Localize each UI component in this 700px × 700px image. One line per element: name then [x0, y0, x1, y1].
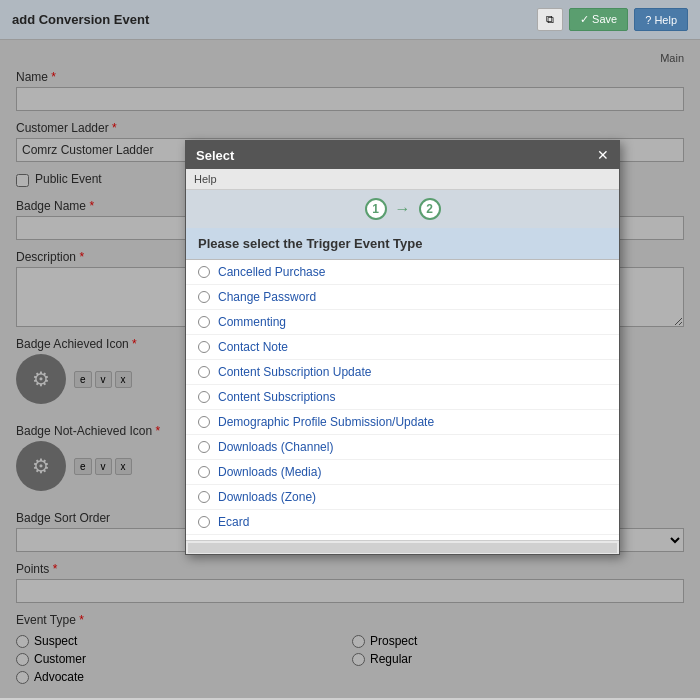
- list-item-label: Downloads (Media): [218, 465, 321, 479]
- radio-circle: [198, 316, 210, 328]
- modal-title: Select: [196, 148, 234, 163]
- radio-circle: [198, 366, 210, 378]
- list-item-label: Contact Note: [218, 340, 288, 354]
- radio-circle: [198, 466, 210, 478]
- list-item[interactable]: Cancelled Purchase: [186, 260, 619, 285]
- list-item-label: Content Subscriptions: [218, 390, 335, 404]
- list-item[interactable]: Ecard: [186, 510, 619, 535]
- step-1-circle: 1: [365, 198, 387, 220]
- list-item[interactable]: Content Subscription Update: [186, 360, 619, 385]
- list-item[interactable]: Content Subscriptions: [186, 385, 619, 410]
- radio-circle: [198, 391, 210, 403]
- list-item-label: Content Subscription Update: [218, 365, 371, 379]
- radio-circle: [198, 441, 210, 453]
- radio-circle: [198, 291, 210, 303]
- modal-list[interactable]: Cancelled PurchaseChange PasswordComment…: [186, 260, 619, 540]
- list-item-label: Downloads (Zone): [218, 490, 316, 504]
- list-item[interactable]: Demographic Profile Submission/Update: [186, 410, 619, 435]
- list-item-label: Change Password: [218, 290, 316, 304]
- step-indicator: 1 → 2: [186, 190, 619, 228]
- copy-button[interactable]: ⧉: [537, 8, 563, 31]
- page-title: add Conversion Event: [12, 12, 149, 27]
- horizontal-scrollbar[interactable]: [188, 543, 617, 553]
- list-item-label: Demographic Profile Submission/Update: [218, 415, 434, 429]
- step-arrow-icon: →: [395, 200, 411, 218]
- modal-header: Select ✕: [186, 141, 619, 169]
- radio-circle: [198, 266, 210, 278]
- radio-circle: [198, 516, 210, 528]
- list-item-label: Cancelled Purchase: [218, 265, 325, 279]
- list-item[interactable]: Downloads (Channel): [186, 435, 619, 460]
- radio-circle: [198, 416, 210, 428]
- top-bar: add Conversion Event ⧉ ✓ Save ? Help: [0, 0, 700, 40]
- modal-toolbar: Help: [186, 169, 619, 190]
- step-2-circle: 2: [419, 198, 441, 220]
- list-item[interactable]: Change Password: [186, 285, 619, 310]
- list-item[interactable]: Contact Note: [186, 335, 619, 360]
- toolbar-buttons: ⧉ ✓ Save ? Help: [537, 8, 688, 31]
- main-content: Main Name * Customer Ladder * Public Eve…: [0, 40, 700, 698]
- radio-circle: [198, 341, 210, 353]
- modal-prompt: Please select the Trigger Event Type: [186, 228, 619, 260]
- list-item[interactable]: Downloads (Media): [186, 460, 619, 485]
- list-item-label: Downloads (Channel): [218, 440, 333, 454]
- modal-footer-scrollbar: [186, 540, 619, 554]
- modal-close-button[interactable]: ✕: [597, 147, 609, 163]
- list-item[interactable]: Commenting: [186, 310, 619, 335]
- list-item-label: Ecard: [218, 515, 249, 529]
- select-modal: Select ✕ Help 1 → 2 Please select the Tr…: [185, 140, 620, 555]
- radio-circle: [198, 491, 210, 503]
- modal-help-text: Help: [194, 173, 217, 185]
- list-item-label: Commenting: [218, 315, 286, 329]
- help-button[interactable]: ? Help: [634, 8, 688, 31]
- list-item[interactable]: Downloads (Zone): [186, 485, 619, 510]
- save-button[interactable]: ✓ Save: [569, 8, 628, 31]
